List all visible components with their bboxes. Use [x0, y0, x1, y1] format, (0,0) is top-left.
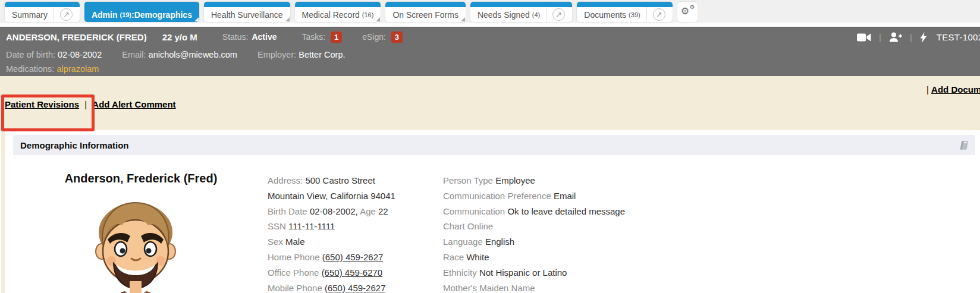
mobile-phone-link[interactable]: (650) 459-2627	[325, 283, 386, 293]
language-label: Language	[443, 237, 483, 247]
medications-value[interactable]: alprazolam	[56, 64, 99, 74]
age-value: 22	[378, 206, 388, 216]
age-label: Age	[360, 206, 376, 216]
ssn-row: SSN 111-11-1111	[268, 219, 446, 234]
tasks-label: Tasks:	[301, 32, 325, 42]
ethnicity-label: Ethnicity	[443, 267, 477, 278]
add-document-pipe: |	[926, 84, 929, 94]
address-row2: Mountain View, California 94041	[268, 188, 446, 204]
address-row: Address: 500 Castro Street	[268, 173, 446, 188]
tab-fold-icon	[194, 17, 199, 21]
office-phone-row: Office Phone (650) 459-6270	[268, 265, 446, 281]
gear-small-icon: ⚙	[690, 4, 695, 10]
language-row: Language English	[443, 234, 693, 250]
toolbar-divider: |	[910, 32, 912, 42]
notebook-icon[interactable]	[958, 140, 969, 153]
esign-count-badge[interactable]: 3	[391, 31, 403, 43]
tab-divider	[546, 7, 546, 22]
dob-value: 02-08-2002	[58, 50, 102, 59]
chart-online-row: Chart Online	[443, 219, 693, 234]
chart-id: TEST-10025	[937, 32, 980, 42]
tab-count: (39)	[629, 11, 640, 18]
left-margin-strip	[1, 130, 5, 293]
external-link-icon[interactable]: ↗	[552, 8, 565, 21]
tab-label: Health Surveillance	[211, 10, 283, 20]
tab-on-screen-forms[interactable]: On Screen Forms	[385, 2, 465, 22]
tab-admin-demographics[interactable]: Admin (19) :Demographics	[84, 2, 199, 22]
birth-date-row: Birth Date 02-08-2002, Age 22	[268, 204, 446, 219]
tab-fold-icon	[285, 17, 290, 21]
tab-divider	[646, 7, 647, 22]
tab-label: Summary	[12, 10, 48, 20]
communication-row: Communication Ok to leave detailed messa…	[443, 204, 693, 219]
link-separator: |	[84, 99, 87, 109]
communication-preference-row: Communication Preference Email	[443, 188, 693, 204]
mobile-phone-label: Mobile Phone	[268, 283, 322, 293]
patient-display-name: Anderson, Frederick (Fred)	[13, 172, 269, 185]
address-line2: Mountain View, California 94041	[268, 191, 395, 201]
patient-photo	[68, 194, 205, 293]
communication-preference-label: Communication Preference	[443, 191, 551, 201]
patient-info-bar: Date of birth: 02-08-2002 Email: anichol…	[0, 46, 980, 76]
external-link-icon[interactable]: ↗	[60, 8, 73, 21]
maiden-name-row: Mother's Maiden Name	[443, 281, 693, 293]
tab-fold-icon	[461, 17, 465, 21]
demographics-left-column: Address: 500 Castro Street Mountain View…	[268, 173, 446, 293]
tab-divider	[54, 7, 54, 22]
dob-label: Date of birth:	[6, 50, 55, 59]
tab-label: Admin	[92, 10, 118, 20]
medications-label: Medications:	[6, 64, 54, 74]
tab-medical-record[interactable]: Medical Record (16)	[295, 2, 381, 22]
communication-preference-value: Email	[554, 191, 576, 201]
add-user-icon[interactable]	[889, 32, 902, 42]
patient-header-bar: ANDERSON, FREDERICK (FRED) 22 y/o M Stat…	[0, 27, 980, 46]
tab-count: (4)	[532, 11, 540, 18]
panel-title: Demographic Information	[20, 140, 129, 150]
tab-label: On Screen Forms	[392, 10, 458, 20]
tab-documents[interactable]: Documents (39) ↗	[577, 2, 672, 22]
ethnicity-value: Not Hispanic or Latino	[479, 267, 567, 278]
sex-label: Sex	[268, 237, 283, 247]
employer-label: Employer:	[257, 50, 296, 59]
patient-name: ANDERSON, FREDERICK (FRED)	[6, 32, 147, 42]
birth-date-label: Birth Date	[268, 206, 307, 216]
status-value: Active	[252, 32, 277, 42]
patient-revisions-link[interactable]: Patient Revisions	[5, 99, 79, 109]
tab-summary[interactable]: Summary ↗	[5, 2, 80, 22]
office-phone-label: Office Phone	[268, 267, 319, 278]
tab-suffix: :Demographics	[131, 10, 192, 20]
toolbar-divider: |	[879, 32, 881, 42]
tab-needs-signed[interactable]: Needs Signed (4) ↗	[470, 2, 572, 22]
communication-value: Ok to leave detailed message	[507, 206, 625, 216]
employer-value: Better Corp.	[299, 50, 345, 59]
tab-label: Documents	[584, 10, 626, 20]
maiden-name-label: Mother's Maiden Name	[443, 283, 535, 293]
tab-count: (16)	[362, 11, 374, 18]
tab-health-surveillance[interactable]: Health Surveillance	[204, 2, 290, 22]
esign-label: eSign:	[362, 32, 386, 42]
lightning-icon[interactable]	[920, 32, 927, 43]
external-link-icon[interactable]: ↗	[653, 8, 665, 21]
address-line1: 500 Castro Street	[305, 175, 375, 185]
race-label: Race	[443, 252, 464, 262]
video-camera-icon[interactable]	[857, 33, 871, 42]
add-document-link[interactable]: Add Document	[931, 84, 980, 94]
add-alert-comment-link[interactable]: Add Alert Comment	[92, 99, 175, 109]
office-phone-link[interactable]: (650) 459-6270	[322, 267, 383, 278]
tasks-count-badge[interactable]: 1	[331, 31, 342, 43]
ssn-value: 111-11-1111	[288, 221, 335, 231]
person-type-value: Employee	[495, 175, 535, 185]
ssn-label: SSN	[268, 221, 286, 231]
email-value: anichols@mieweb.com	[149, 50, 237, 59]
gear-icon: ⚙	[681, 7, 689, 16]
language-value: English	[485, 237, 514, 247]
home-phone-link[interactable]: (650) 459-2627	[322, 252, 384, 262]
home-phone-label: Home Phone	[268, 252, 320, 262]
tab-fold-icon	[376, 17, 380, 21]
tab-label: Needs Signed	[478, 10, 530, 20]
settings-gear-icon[interactable]: ⚙ ⚙	[677, 2, 698, 22]
birth-date-value: 02-08-2002,	[310, 206, 358, 216]
tab-count: (19)	[120, 11, 131, 18]
patient-age-sex: 22 y/o M	[162, 32, 197, 42]
chart-online-label: Chart Online	[443, 221, 493, 231]
